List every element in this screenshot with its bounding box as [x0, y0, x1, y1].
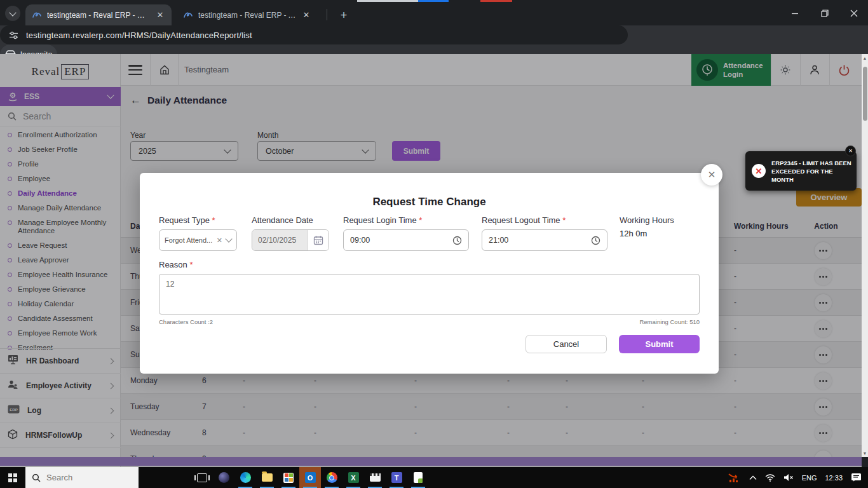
system-tray: ENG 12:33	[728, 467, 868, 488]
scrollbar-thumb[interactable]	[863, 67, 867, 121]
window-close-button[interactable]	[844, 8, 864, 19]
site-settings-icon[interactable]	[9, 30, 18, 40]
notification-center-icon[interactable]	[851, 473, 862, 482]
request-type-label: Request Type *	[159, 215, 215, 225]
top-strip-blue	[418, 0, 449, 2]
login-time-input[interactable]	[344, 236, 452, 245]
tab-close-icon[interactable]: ✕	[155, 10, 165, 20]
scrollbar-down-icon[interactable]: ▼	[862, 449, 868, 457]
teams-icon[interactable]: T	[386, 467, 407, 488]
video-icon[interactable]	[364, 467, 386, 488]
tab-close-icon[interactable]: ✕	[301, 10, 311, 20]
request-type-select[interactable]: Forgot Attend... ✕	[159, 229, 237, 251]
tray-expand-icon[interactable]	[749, 475, 757, 480]
remaining-count: Remaining Count: 510	[639, 318, 700, 325]
reval-favicon-icon	[183, 10, 193, 20]
file-explorer-icon[interactable]	[256, 467, 278, 488]
page-scrollbar[interactable]: ▲ ▼	[862, 54, 868, 457]
outlook-icon[interactable]: O	[299, 467, 321, 488]
cancel-button[interactable]: Cancel	[526, 335, 607, 353]
request-time-change-modal: ✕ Request Time Change Request Type * Att…	[140, 173, 719, 374]
logout-time-field[interactable]	[482, 229, 607, 251]
taskbar-search[interactable]	[25, 467, 139, 488]
calendar-icon[interactable]	[307, 230, 329, 250]
top-strip-gray	[357, 0, 418, 2]
browser-tab-inactive[interactable]: testingteam - Reval ERP - Atten... ✕	[177, 4, 318, 25]
reason-label: Reason *	[159, 260, 193, 269]
taskbar-icons: OXT	[191, 467, 429, 488]
toast-message: ERP2345 - LIMIT HAS BEEN EXCEEDED FOR TH…	[771, 159, 851, 184]
volume-muted-icon[interactable]	[783, 473, 794, 482]
wifi-icon[interactable]	[765, 474, 775, 482]
login-time-field[interactable]	[343, 229, 469, 251]
toast-close-button[interactable]: ✕	[845, 146, 856, 156]
reval-favicon-icon	[32, 10, 42, 20]
start-button[interactable]	[0, 467, 25, 488]
window-minimize-button[interactable]	[785, 8, 804, 19]
login-time-label: Request Login Time *	[343, 215, 422, 225]
edge-icon[interactable]	[234, 467, 256, 488]
store-icon[interactable]	[278, 467, 299, 488]
tab-divider	[327, 9, 327, 20]
logout-time-label: Request Logout Time *	[482, 215, 566, 225]
attendance-date-field: 02/10/2025	[252, 229, 329, 251]
working-hours-value: 12h 0m	[620, 229, 647, 238]
clock-time[interactable]: 12:33	[825, 474, 843, 482]
chip-remove-icon[interactable]: ✕	[217, 236, 222, 245]
eclipse-icon[interactable]	[213, 467, 234, 488]
windows-taskbar: OXT ENG 12:33	[0, 467, 868, 488]
chevron-down-icon	[225, 235, 232, 242]
url-text: testingteam.revalerp.com/HRMS/DailyAtten…	[26, 30, 252, 40]
new-tab-button[interactable]: +	[336, 7, 352, 24]
error-x-icon: ✕	[752, 164, 766, 178]
working-hours-label: Working Hours	[620, 215, 674, 225]
tab-title: testingteam - Reval ERP - Daily...	[47, 11, 150, 20]
attendance-date-value: 02/10/2025	[252, 230, 307, 250]
search-icon	[32, 473, 41, 482]
tab-search-button[interactable]	[5, 6, 20, 21]
excel-icon[interactable]: X	[342, 467, 364, 488]
browser-tab-strip: testingteam - Reval ERP - Daily... ✕ tes…	[0, 0, 868, 25]
tab-title: testingteam - Reval ERP - Atten...	[198, 11, 296, 20]
taskbar-search-input[interactable]	[46, 473, 116, 482]
top-strip-red	[480, 0, 512, 2]
windows-logo-icon	[8, 473, 17, 482]
logout-time-input[interactable]	[482, 236, 591, 245]
screen: testingteam - Reval ERP - Daily... ✕ tes…	[0, 0, 868, 488]
modal-submit-button[interactable]: Submit	[619, 335, 700, 353]
chrome-icon[interactable]	[321, 467, 342, 488]
modal-close-button[interactable]: ✕	[701, 164, 722, 186]
modal-title: Request Time Change	[140, 196, 719, 208]
browser-tab-active[interactable]: testingteam - Reval ERP - Daily... ✕	[25, 4, 172, 25]
clock-icon[interactable]	[452, 236, 468, 245]
clock-icon[interactable]	[591, 236, 607, 245]
scrollbar-up-icon[interactable]: ▲	[862, 54, 868, 62]
address-bar[interactable]: testingteam.revalerp.com/HRMS/DailyAtten…	[0, 25, 628, 44]
notepad-icon[interactable]	[407, 467, 429, 488]
window-restore-button[interactable]	[815, 8, 834, 19]
characters-count: Characters Count :2	[159, 318, 213, 325]
stocks-icon[interactable]	[728, 473, 741, 483]
browser-toolbar: testingteam.revalerp.com/HRMS/DailyAtten…	[0, 25, 868, 54]
reason-textarea[interactable]: 12	[159, 274, 700, 315]
attendance-date-label: Attendance Date	[252, 215, 313, 225]
language-indicator[interactable]: ENG	[802, 474, 817, 482]
task-view-icon[interactable]	[191, 467, 213, 488]
error-toast: ✕ ERP2345 - LIMIT HAS BEEN EXCEEDED FOR …	[745, 151, 857, 191]
